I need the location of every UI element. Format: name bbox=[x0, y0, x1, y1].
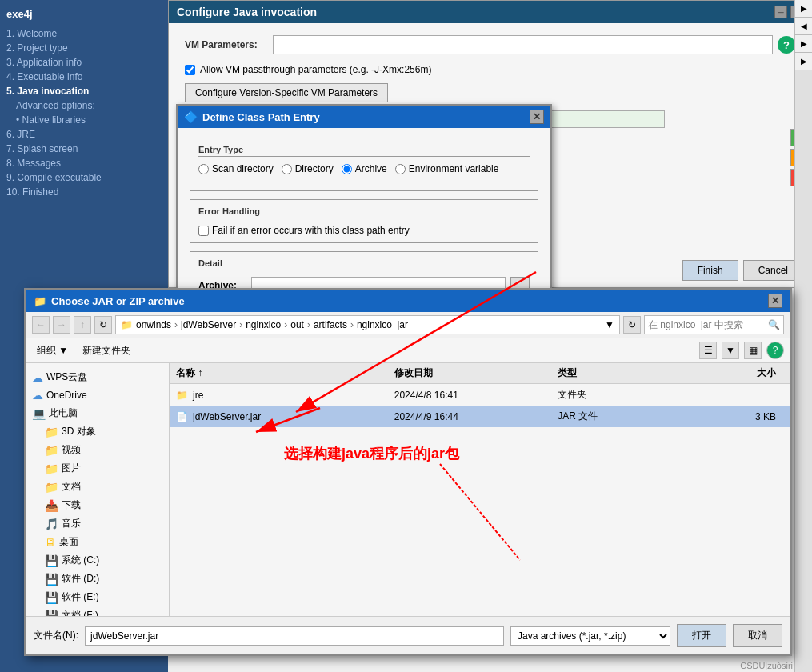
right-panel-btn-1[interactable]: ▶ bbox=[795, 0, 812, 18]
file-dialog: 📁 Choose JAR or ZIP archive ✕ ← → ↑ ↻ 📁 … bbox=[24, 288, 792, 656]
error-checkbox[interactable] bbox=[198, 226, 209, 236]
jar-date: 2024/4/9 16:44 bbox=[394, 411, 558, 422]
sidebar-item-splash[interactable]: 7. Splash screen bbox=[6, 142, 162, 156]
tree-music[interactable]: 🎵 音乐 bbox=[29, 514, 166, 533]
breadcrumb-nginxico-jar: nginxico_jar bbox=[357, 319, 408, 330]
nav-up-button[interactable]: ↑ bbox=[74, 316, 91, 334]
tree-video[interactable]: 📁 视频 bbox=[29, 441, 166, 459]
drive-e-icon: 💾 bbox=[45, 591, 58, 604]
filename-input[interactable] bbox=[85, 626, 504, 646]
entry-type-section: Entry Type Scan directory Directory Arch… bbox=[190, 138, 538, 191]
tree-pictures-label: 图片 bbox=[62, 462, 81, 475]
passthrough-checkbox[interactable] bbox=[185, 65, 195, 75]
option-archive[interactable]: Archive bbox=[342, 163, 387, 174]
sidebar-item-executable[interactable]: 4. Executable info bbox=[6, 70, 162, 84]
sidebar-item-appinfo[interactable]: 3. Application info bbox=[6, 55, 162, 70]
view-details-button[interactable]: ▦ bbox=[744, 342, 762, 359]
nav-forward-button[interactable]: → bbox=[53, 316, 70, 334]
finish-button[interactable]: Finish bbox=[682, 260, 738, 281]
sidebar-item-jre[interactable]: 6. JRE bbox=[6, 127, 162, 142]
dialog-icon: 🔷 bbox=[184, 110, 198, 123]
pc-icon: 💻 bbox=[32, 407, 46, 420]
tree-pictures[interactable]: 📁 图片 bbox=[29, 459, 166, 478]
file-row-jar[interactable]: 📄 jdWebServer.jar 2024/4/9 16:44 JAR 文件 … bbox=[170, 406, 790, 427]
tree-drive-d-label: 软件 (D:) bbox=[62, 572, 99, 586]
help-file-button[interactable]: ? bbox=[766, 342, 784, 359]
docs-icon: 📁 bbox=[45, 481, 58, 494]
desktop-icon: 🖥 bbox=[45, 536, 56, 549]
tree-drive-d[interactable]: 💾 软件 (D:) bbox=[29, 570, 166, 588]
filetype-select[interactable]: Java archives (*.jar, *.zip) bbox=[510, 626, 670, 646]
sidebar-item-native[interactable]: • Native libraries bbox=[6, 113, 162, 127]
config-bottom-buttons: Finish Cancel bbox=[682, 260, 803, 281]
sidebar-item-messages[interactable]: 8. Messages bbox=[6, 156, 162, 170]
jre-date: 2024/4/8 16:41 bbox=[394, 390, 558, 401]
filename-label: 文件名(N): bbox=[34, 629, 78, 642]
drive-d-icon: 💾 bbox=[45, 573, 58, 586]
search-box[interactable]: 🔍 bbox=[644, 315, 784, 334]
right-panel-btn-4[interactable]: ▶ bbox=[795, 53, 812, 70]
breadcrumb-jdwebserver: jdWebServer bbox=[181, 319, 236, 330]
tree-onedrive-label: OneDrive bbox=[46, 390, 87, 401]
3d-icon: 📁 bbox=[45, 426, 58, 438]
vm-params-input[interactable] bbox=[273, 35, 773, 54]
search-input[interactable] bbox=[648, 319, 768, 330]
tree-pc[interactable]: 💻 此电脑 bbox=[29, 404, 166, 422]
open-button[interactable]: 打开 bbox=[677, 624, 726, 647]
nav-back-button[interactable]: ← bbox=[32, 316, 50, 334]
config-titlebar: Configure Java invocation ─ □ bbox=[169, 1, 811, 23]
option-env-variable[interactable]: Environment variable bbox=[395, 163, 499, 174]
breadcrumb-out: out bbox=[290, 319, 304, 330]
breadcrumb-dropdown[interactable]: ▼ bbox=[605, 319, 614, 330]
view-toggle-button[interactable]: ▼ bbox=[722, 342, 739, 359]
view-list-button[interactable]: ☰ bbox=[699, 342, 717, 359]
error-checkbox-row[interactable]: Fail if an error occurs with this class … bbox=[198, 225, 530, 236]
breadcrumb-artifacts: artifacts bbox=[314, 319, 347, 330]
tree-downloads[interactable]: 📥 下载 bbox=[29, 496, 166, 514]
organize-button[interactable]: 组织 ▼ bbox=[32, 342, 73, 359]
tree-onedrive[interactable]: ☁ OneDrive bbox=[29, 386, 166, 404]
tree-wps[interactable]: ☁ WPS云盘 bbox=[29, 368, 166, 386]
passthrough-label: Allow VM passthrough parameters (e.g. -J… bbox=[200, 64, 431, 75]
define-dialog-close[interactable]: ✕ bbox=[530, 110, 544, 124]
tree-docs[interactable]: 📁 文档 bbox=[29, 478, 166, 496]
tree-pc-label: 此电脑 bbox=[49, 406, 78, 420]
sidebar-item-finished[interactable]: 10. Finished bbox=[6, 185, 162, 199]
option-directory[interactable]: Directory bbox=[282, 163, 334, 174]
tree-wps-label: WPS云盘 bbox=[46, 370, 87, 384]
jar-size: 3 KB bbox=[667, 411, 784, 422]
tree-drive-e[interactable]: 💾 软件 (E:) bbox=[29, 588, 166, 606]
define-dialog-title: Define Class Path Entry bbox=[202, 111, 320, 123]
help-button[interactable]: ? bbox=[778, 36, 795, 54]
breadcrumb-folder-icon: 📁 bbox=[121, 319, 133, 330]
configure-versions-button[interactable]: Configure Version-Specific VM Parameters bbox=[185, 83, 388, 102]
file-toolbar2: 组织 ▼ 新建文件夹 ☰ ▼ ▦ ? bbox=[26, 338, 790, 363]
tree-drive-c[interactable]: 💾 系统 (C:) bbox=[29, 551, 166, 570]
right-panel-btn-2[interactable]: ◀ bbox=[795, 18, 812, 35]
file-list-header: 名称 ↑ 修改日期 类型 大小 bbox=[170, 363, 790, 384]
breadcrumb-nginxico: nginxico bbox=[246, 319, 281, 330]
minimize-button[interactable]: ─ bbox=[774, 6, 787, 18]
jar-name: jdWebServer.jar bbox=[193, 411, 261, 422]
vm-params-label: VM Parameters: bbox=[185, 39, 273, 50]
config-title: Configure Java invocation bbox=[177, 6, 317, 18]
define-dialog-titlebar: 🔷 Define Class Path Entry ✕ bbox=[178, 106, 550, 128]
file-row-jre[interactable]: 📁 jre 2024/4/8 16:41 文件夹 bbox=[170, 384, 790, 406]
sidebar-item-project[interactable]: 2. Project type bbox=[6, 41, 162, 55]
option-scan-directory[interactable]: Scan directory bbox=[198, 163, 274, 174]
file-toolbar: ← → ↑ ↻ 📁 onwinds › jdWebServer › nginxi… bbox=[26, 312, 790, 338]
nav-refresh-button[interactable]: ↻ bbox=[94, 316, 112, 334]
file-dialog-close[interactable]: ✕ bbox=[768, 294, 782, 308]
breadcrumb-refresh-btn[interactable]: ↻ bbox=[623, 316, 641, 334]
tree-desktop-label: 桌面 bbox=[59, 535, 78, 549]
right-panel-btn-3[interactable]: ▶ bbox=[795, 35, 812, 53]
sidebar-item-compile[interactable]: 9. Compile executable bbox=[6, 170, 162, 185]
tree-3d[interactable]: 📁 3D 对象 bbox=[29, 422, 166, 441]
col-header-date: 修改日期 bbox=[394, 366, 558, 380]
jar-type: JAR 文件 bbox=[558, 410, 666, 423]
sidebar-item-java[interactable]: 5. Java invocation bbox=[6, 84, 162, 98]
sidebar-item-welcome[interactable]: 1. Welcome bbox=[6, 26, 162, 41]
new-folder-button[interactable]: 新建文件夹 bbox=[78, 342, 135, 359]
tree-desktop[interactable]: 🖥 桌面 bbox=[29, 533, 166, 551]
file-cancel-button[interactable]: 取消 bbox=[733, 624, 782, 647]
